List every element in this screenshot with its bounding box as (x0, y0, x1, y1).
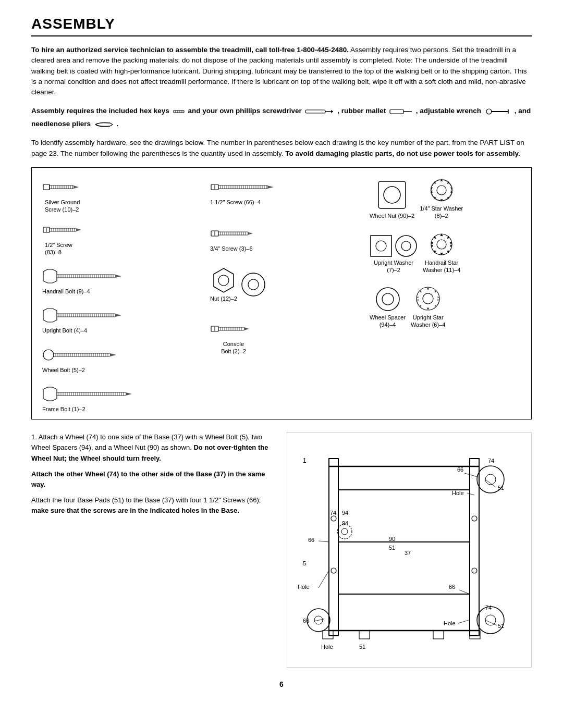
svg-text:94: 94 (342, 510, 348, 516)
svg-line-291 (319, 541, 329, 542)
tools-bold: Assembly requires the included hex keys (31, 107, 169, 115)
wheel-spacer-label: Wheel Spacer(94)–4 (370, 314, 406, 329)
part-three-quarter-screw: 3/4" Screw (3)–6 (210, 224, 262, 252)
step3: Attach the four Base Pads (51) to the Ba… (31, 495, 276, 516)
svg-marker-139 (110, 353, 116, 356)
svg-marker-222 (214, 268, 234, 292)
svg-point-273 (472, 568, 477, 573)
parts-grid: Silver GroundScrew (10)–2 (38, 177, 525, 413)
svg-text:Hole: Hole (298, 584, 310, 590)
part-nut: Nut (12)–2 (210, 267, 237, 302)
svg-text:66: 66 (303, 618, 309, 624)
identify-paragraph: To identify assembly hardware, see the d… (31, 138, 532, 159)
parts-col-3: Wheel Nut (90)–2 1/4" Star Washer(8)–2 (365, 177, 525, 413)
svg-rect-15 (43, 184, 50, 190)
page-number: 6 (31, 680, 532, 688)
frame-bolt-label: Frame Bolt (1)–2 (42, 405, 136, 413)
svg-text:Hole: Hole (321, 644, 333, 650)
svg-marker-78 (115, 275, 121, 278)
svg-text:37: 37 (405, 550, 411, 556)
svg-point-224 (242, 273, 265, 296)
part-handrail-star-washer: Handrail StarWasher (11)–4 (423, 231, 460, 274)
wheel-nut-star-washer-row: Wheel Nut (90)–2 1/4" Star Washer(8)–2 (370, 177, 463, 220)
intro-bold: To hire an authorized service technician… (31, 46, 349, 54)
svg-point-255 (417, 287, 439, 310)
wheel-bolt-label: Wheel Bolt (5)–2 (42, 366, 126, 374)
svg-point-110 (43, 350, 54, 360)
svg-point-253 (376, 288, 399, 311)
part-wheel-nut: Wheel Nut (90)–2 (370, 179, 414, 219)
svg-text:51: 51 (359, 644, 365, 650)
flat-washer-svg (240, 272, 266, 298)
svg-marker-140 (43, 387, 57, 401)
tools-middle3: , adjustable wrench (416, 107, 481, 115)
square-washer-svg (370, 235, 393, 257)
svg-point-272 (472, 516, 477, 521)
svg-line-297 (319, 571, 329, 588)
one-half-screw-svg (210, 177, 283, 197)
svg-point-244 (431, 179, 452, 201)
svg-point-246 (437, 186, 446, 195)
svg-marker-203 (267, 186, 274, 189)
svg-point-267 (485, 615, 496, 625)
label-1: 1 (303, 457, 307, 464)
svg-text:5: 5 (303, 560, 306, 566)
parts-col-1: Silver GroundScrew (10)–2 (38, 177, 198, 413)
tools-middle: and your own phillips screwdriver (188, 107, 301, 115)
console-bolt-label: ConsoleBolt (2)–2 (221, 340, 246, 355)
svg-text:90: 90 (389, 536, 395, 542)
part-wheel-bolt: Wheel Bolt (5)–2 (42, 345, 126, 374)
three-quarter-screw-svg (210, 224, 262, 243)
svg-point-245 (431, 180, 452, 201)
svg-rect-276 (433, 631, 444, 639)
svg-rect-258 (470, 459, 479, 636)
svg-point-256 (423, 293, 433, 304)
silver-ground-screw-label: Silver GroundScrew (10)–2 (45, 199, 107, 214)
wheel-bolt-svg (42, 345, 126, 365)
svg-text:66: 66 (308, 537, 314, 543)
part-upright-bolt: Upright Bolt (4)–4 (42, 305, 126, 334)
part-upright-washer: Upright Washer(7)–2 (370, 235, 418, 274)
svg-line-282 (467, 493, 474, 495)
half-screw-svg (42, 220, 110, 240)
handrail-star-washer-svg (429, 231, 455, 257)
part-silver-ground-screw: Silver GroundScrew (10)–2 (42, 177, 110, 214)
part-one-half-screw: 1 1/2" Screw (66)–4 (210, 177, 283, 206)
handrail-bolt-svg (42, 266, 126, 286)
assembly-diagram-svg: 1 74 66 Hole 51 74 94 94 66 (292, 438, 517, 662)
svg-marker-221 (248, 232, 253, 235)
svg-rect-275 (359, 631, 370, 639)
svg-marker-48 (43, 269, 57, 283)
svg-line-299 (459, 590, 470, 594)
svg-point-10 (486, 109, 492, 114)
steps-text: 1. Attach a Wheel (74) to one side of th… (31, 432, 276, 668)
svg-point-248 (376, 241, 386, 251)
svg-marker-241 (244, 327, 249, 330)
svg-text:51: 51 (498, 485, 504, 491)
svg-text:51: 51 (389, 545, 395, 551)
upright-washer-row: Upright Washer(7)–2 (370, 231, 460, 274)
tools-middle2: , rubber mallet (337, 107, 386, 115)
upright-star-washer-svg (414, 285, 442, 312)
svg-point-270 (331, 516, 336, 521)
part-quarter-star-washer: 1/4" Star Washer(8)–2 (420, 177, 463, 220)
svg-text:Hole: Hole (452, 490, 464, 496)
svg-rect-5 (305, 110, 325, 113)
svg-line-280 (464, 473, 478, 477)
needlenose-pliers-icon (93, 118, 115, 130)
wheel-nut-label: Wheel Nut (90)–2 (370, 212, 414, 219)
svg-line-13 (110, 123, 113, 125)
svg-point-254 (382, 293, 394, 305)
round-washer-svg (395, 235, 418, 257)
svg-text:74: 74 (485, 604, 492, 611)
frame-bolt-svg (42, 384, 136, 404)
wheel-spacer-svg (375, 286, 401, 312)
nut-label: Nut (12)–2 (210, 295, 237, 302)
svg-point-225 (248, 279, 259, 290)
svg-rect-247 (371, 236, 391, 256)
svg-rect-257 (329, 459, 338, 636)
step1: 1. Attach a Wheel (74) to one side of th… (31, 432, 276, 463)
upright-washer-label: Upright Washer(7)–2 (374, 259, 413, 274)
wheel-spacer-row: Wheel Spacer(94)–4 (370, 285, 445, 329)
svg-text:66: 66 (449, 584, 455, 590)
